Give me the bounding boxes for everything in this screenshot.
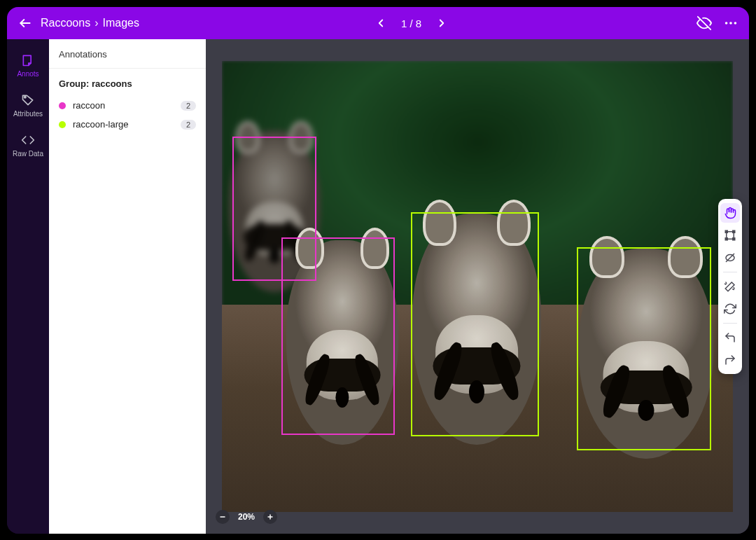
left-rail: Annots Attributes Raw Data [7,39,49,534]
annotations-panel: Annotations Group: raccoons raccoon 2 ra… [49,39,206,534]
next-button[interactable] [434,15,449,31]
rail-item-label: Annots [17,70,38,78]
raccoon-subject [286,240,398,445]
minus-icon [218,513,227,521]
raccoon-subject [412,214,541,445]
class-row-raccoon-large[interactable]: raccoon-large 2 [49,115,206,134]
raccoon-subject [579,249,713,459]
pan-tool[interactable] [720,203,740,223]
color-swatch [59,102,66,109]
chevron-left-icon [374,17,387,29]
tool-separator [723,272,737,272]
note-icon [20,52,36,69]
header-actions [696,15,739,32]
rail-item-attributes[interactable]: Attributes [7,86,49,123]
prev-button[interactable] [373,15,388,31]
svg-rect-7 [725,230,727,233]
rail-item-rawdata[interactable]: Raw Data [7,126,49,163]
tool-stack [718,199,742,374]
rail-item-annots[interactable]: Annots [7,46,49,83]
pager: 1 / 8 [373,15,449,31]
ellipse-strike-icon [724,251,736,264]
color-swatch [59,121,66,128]
ellipse-tool[interactable] [720,248,740,268]
chevron-right-icon [435,17,448,29]
svg-rect-9 [725,238,727,240]
annotated-image[interactable] [222,61,733,512]
redo-tool[interactable] [720,350,740,370]
image-stage [206,39,749,534]
group-title: Group: raccoons [49,69,206,96]
zoom-in-button[interactable] [263,510,277,524]
breadcrumb: Raccoons › Images [41,17,139,29]
visibility-toggle-button[interactable] [696,15,713,32]
breadcrumb-item[interactable]: Images [102,17,139,29]
svg-rect-8 [733,230,735,233]
svg-point-4 [734,22,737,25]
box-tool[interactable] [720,226,740,245]
tool-separator [723,323,737,324]
class-count: 2 [181,101,196,111]
tag-icon [20,92,36,109]
svg-point-2 [725,22,728,25]
breadcrumb-item[interactable]: Raccoons [41,17,90,29]
bounding-box-icon [724,229,736,242]
class-row-raccoon[interactable]: raccoon 2 [49,96,206,115]
arrow-left-icon [18,16,32,30]
rail-item-label: Attributes [13,110,43,118]
magic-wand-icon [724,280,736,293]
more-menu-button[interactable] [722,15,739,32]
undo-tool[interactable] [720,328,740,347]
app-header: Raccoons › Images 1 / 8 [7,7,749,39]
refresh-tool[interactable] [720,299,740,319]
page-indicator: 1 / 8 [401,18,421,29]
svg-point-3 [729,22,732,25]
dots-horizontal-icon [723,15,738,31]
class-count: 2 [181,120,196,130]
plus-icon [266,513,274,521]
canvas-area[interactable]: 20% [206,39,749,534]
zoom-controls: 20% [216,510,277,524]
class-name: raccoon [73,100,174,111]
refresh-icon [724,303,736,315]
class-name: raccoon-large [73,119,174,130]
redo-icon [724,354,736,366]
panel-title: Annotations [49,39,206,69]
hand-icon [724,207,736,219]
zoom-level: 20% [238,512,255,522]
eye-off-icon [696,15,712,31]
app-window: Raccoons › Images 1 / 8 [7,7,749,534]
breadcrumb-separator: › [94,17,98,29]
app-body: Annots Attributes Raw Data Annotations G… [7,39,749,534]
undo-icon [724,331,736,344]
zoom-out-button[interactable] [216,510,230,524]
svg-rect-10 [733,238,735,240]
code-icon [20,132,36,148]
rail-item-label: Raw Data [13,150,43,158]
back-button[interactable] [17,15,34,32]
wand-tool[interactable] [720,277,740,296]
svg-point-5 [24,97,26,98]
